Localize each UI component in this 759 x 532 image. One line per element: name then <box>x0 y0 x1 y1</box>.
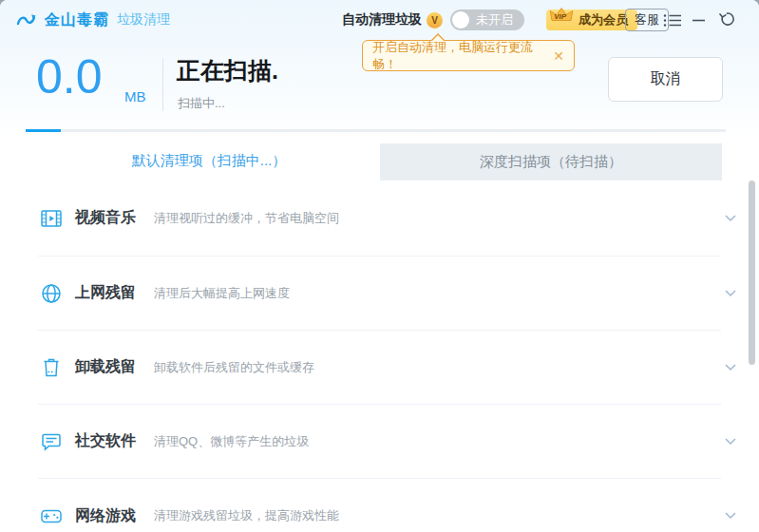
title-bar: 金山毒霸 垃圾清理 自动清理垃圾 V 未开启 VIP 成为会员 客服 <box>0 0 759 40</box>
list-item-uninstall[interactable]: 卸载残留 卸载软件后残留的文件或缓存 <box>38 331 721 405</box>
become-member-label: 成为会员 <box>579 11 628 28</box>
item-desc: 清理视听过的缓冲，节省电脑空间 <box>154 210 339 227</box>
item-title: 卸载残留 <box>75 357 154 377</box>
tooltip-text: 开启自动清理，电脑运行更流畅！ <box>372 39 553 73</box>
toggle-state-label: 未开启 <box>476 11 513 28</box>
vip-crown-icon: VIP <box>548 6 575 27</box>
logo-swirl-icon <box>15 9 38 31</box>
tooltip-close-icon[interactable]: ✕ <box>553 48 564 64</box>
chevron-down-icon[interactable] <box>725 290 736 297</box>
app-name: 金山毒霸 <box>45 10 109 30</box>
chevron-down-icon[interactable] <box>725 215 736 222</box>
tab-deep-scan[interactable]: 深度扫描项（待扫描） <box>380 143 722 180</box>
scanned-size-unit: MB <box>124 88 146 104</box>
list-item-social[interactable]: 社交软件 清理QQ、微博等产生的垃圾 <box>38 405 721 479</box>
list-item-web[interactable]: 上网残留 清理后大幅提高上网速度 <box>38 256 721 331</box>
gamepad-icon <box>40 504 63 527</box>
app-window: 金山毒霸 垃圾清理 自动清理垃圾 V 未开启 VIP 成为会员 客服 <box>0 0 759 532</box>
auto-clean-group: 自动清理垃圾 V 未开启 <box>342 10 524 30</box>
hero-divider <box>162 59 163 111</box>
item-title: 上网残留 <box>75 283 154 303</box>
vip-crown-text: VIP <box>554 12 567 21</box>
chevron-down-icon[interactable] <box>725 512 736 520</box>
undo-arrow-icon[interactable] <box>718 10 735 28</box>
cancel-button[interactable]: 取消 <box>608 57 723 102</box>
tab-default-clean[interactable]: 默认清理项（扫描中...） <box>38 141 380 180</box>
video-icon <box>40 207 63 230</box>
auto-clean-toggle[interactable]: 未开启 <box>450 10 524 30</box>
item-desc: 清理QQ、微博等产生的垃圾 <box>154 433 309 450</box>
auto-clean-label: 自动清理垃圾 <box>342 11 422 28</box>
trash-icon <box>40 356 63 379</box>
item-title: 视频音乐 <box>75 208 154 228</box>
globe-icon <box>40 282 63 305</box>
scrollbar[interactable] <box>749 180 755 365</box>
chevron-down-icon[interactable] <box>725 438 736 446</box>
vip-v-badge-icon[interactable]: V <box>427 12 443 28</box>
item-title: 社交软件 <box>75 431 154 451</box>
list-item-games[interactable]: 网络游戏 清理游戏残留垃圾，提高游戏性能 <box>38 479 721 532</box>
tab-bar: 默认清理项（扫描中...） 深度扫描项（待扫描） <box>38 141 722 180</box>
item-desc: 清理游戏残留垃圾，提高游戏性能 <box>154 507 339 524</box>
chevron-down-icon[interactable] <box>725 364 736 371</box>
clean-category-list: 视频音乐 清理视听过的缓冲，节省电脑空间 上网残留 清理后大幅提高上网速度 <box>38 180 721 532</box>
scan-progress-fill <box>26 129 61 132</box>
item-title: 网络游戏 <box>75 506 154 526</box>
item-desc: 清理后大幅提高上网速度 <box>154 285 290 302</box>
scanned-size-value: 0.0 <box>36 49 103 104</box>
item-desc: 卸载软件后残留的文件或缓存 <box>154 359 314 376</box>
module-name: 垃圾清理 <box>117 11 170 28</box>
auto-clean-tooltip: 开启自动清理，电脑运行更流畅！ ✕ <box>362 40 575 71</box>
become-member-button[interactable]: VIP 成为会员 <box>546 10 637 30</box>
list-item-video[interactable]: 视频音乐 清理视听过的缓冲，节省电脑空间 <box>38 180 721 256</box>
minimize-icon[interactable] <box>691 12 706 28</box>
scan-status-title: 正在扫描. <box>177 55 278 86</box>
scan-progress-bar <box>26 129 726 132</box>
app-logo: 金山毒霸 垃圾清理 <box>15 9 170 31</box>
scan-status-subtitle: 扫描中... <box>178 95 225 112</box>
menu-icon[interactable] <box>663 12 682 28</box>
chat-icon <box>40 430 63 453</box>
toggle-knob <box>452 11 469 28</box>
